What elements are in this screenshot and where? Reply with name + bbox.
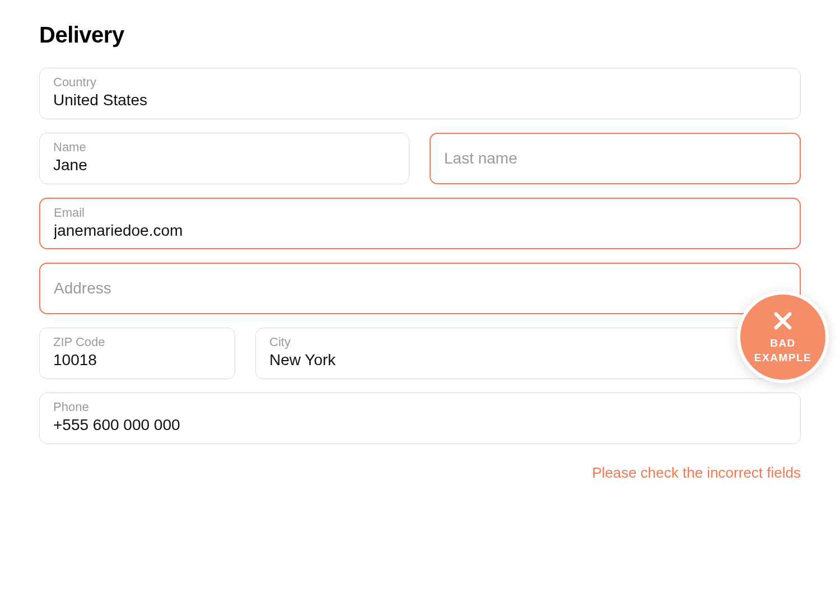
city-input[interactable] xyxy=(269,351,787,369)
page-title: Delivery xyxy=(39,22,801,48)
phone-input[interactable] xyxy=(53,416,787,434)
lastname-placeholder: Last name xyxy=(444,150,517,167)
badge-line1: BAD xyxy=(770,337,796,349)
address-placeholder: Address xyxy=(54,279,111,297)
email-field[interactable]: Email xyxy=(39,198,801,249)
zip-field[interactable]: ZIP Code xyxy=(39,328,235,379)
zip-input[interactable] xyxy=(53,351,221,369)
name-label: Name xyxy=(53,140,395,155)
phone-label: Phone xyxy=(53,400,787,414)
badge-text: BAD EXAMPLE xyxy=(754,336,811,365)
zip-label: ZIP Code xyxy=(53,335,221,349)
lastname-field[interactable]: Last name xyxy=(430,133,801,184)
country-label: Country xyxy=(53,75,787,90)
city-label: City xyxy=(269,335,787,349)
bad-example-badge: BAD EXAMPLE xyxy=(737,291,829,383)
name-input[interactable] xyxy=(53,156,395,174)
close-icon xyxy=(771,309,795,333)
email-input[interactable] xyxy=(54,222,786,240)
phone-field[interactable]: Phone xyxy=(39,393,801,444)
badge-line2: EXAMPLE xyxy=(754,352,811,363)
city-field[interactable]: City xyxy=(255,328,801,379)
address-field[interactable]: Address xyxy=(39,263,801,314)
form-error-message: Please check the incorrect fields xyxy=(39,464,801,482)
email-label: Email xyxy=(54,206,786,220)
country-input[interactable] xyxy=(53,91,787,109)
name-field[interactable]: Name xyxy=(39,133,409,184)
country-field[interactable]: Country xyxy=(39,68,801,119)
delivery-form: Country Name Last name Email Address ZIP… xyxy=(39,68,801,482)
